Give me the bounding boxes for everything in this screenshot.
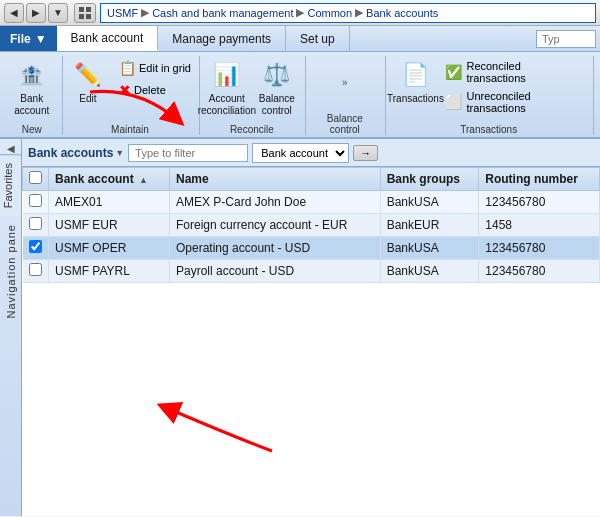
transactions-label: Transactions: [387, 93, 444, 105]
grid-view-icon[interactable]: [74, 3, 96, 23]
col-checkbox: [23, 168, 49, 191]
ribbon-transactions-buttons: 📄 Transactions ✅ Reconciled transactions…: [392, 56, 585, 120]
balance-control-label: Balancecontrol: [259, 93, 295, 117]
row-checkbox-cell: [23, 191, 49, 214]
breadcrumb-sep-1: ▶: [141, 6, 149, 19]
sort-arrow: ▲: [139, 175, 148, 185]
select-all-checkbox[interactable]: [29, 171, 42, 184]
maintain-col: 📋 Edit in grid ✖ Delete: [115, 56, 195, 100]
breadcrumb-sep-2: ▶: [296, 6, 304, 19]
delete-icon: ✖: [119, 82, 131, 98]
filter-select[interactable]: Bank account: [252, 143, 349, 163]
unreconciled-icon: ⬜: [445, 94, 462, 110]
down-button[interactable]: ▼: [48, 3, 68, 23]
cell-bank-groups-1: BankEUR: [380, 214, 479, 237]
side-nav-pane: ◀ Favorites Navigation pane: [0, 139, 22, 516]
ribbon-group-reconcile: 📊 Accountreconciliation ⚖️ Balancecontro…: [202, 56, 306, 135]
row-checkbox-0[interactable]: [29, 194, 42, 207]
tab-manage-payments[interactable]: Manage payments: [158, 26, 286, 51]
cell-routing-0: 123456780: [479, 191, 600, 214]
cell-bank-account-2: USMF OPER: [49, 237, 170, 260]
ribbon-group-balance: » Balance control: [308, 56, 386, 135]
transactions-group-label: Transactions: [460, 120, 517, 135]
search-input[interactable]: [536, 30, 596, 48]
data-grid: Bank account ▲ Name Bank groups Routing …: [22, 167, 600, 516]
balance-control-button[interactable]: ⚖️ Balancecontrol: [254, 56, 300, 120]
row-checkbox-cell: [23, 260, 49, 283]
edit-in-grid-button[interactable]: 📋 Edit in grid: [115, 58, 195, 78]
balance-group-label: Balance control: [312, 109, 377, 135]
reconciled-label: Reconciled transactions: [466, 60, 582, 84]
col-bank-account: Bank account ▲: [49, 168, 170, 191]
edit-button[interactable]: ✏️ Edit: [65, 56, 111, 108]
forward-button[interactable]: ▶: [26, 3, 46, 23]
table-header-row: Bank account ▲ Name Bank groups Routing …: [23, 168, 600, 191]
col-bank-groups: Bank groups: [380, 168, 479, 191]
breadcrumb-bank-accounts[interactable]: Bank accounts: [366, 7, 438, 19]
transactions-button[interactable]: 📄 Transactions: [392, 56, 438, 108]
cell-bank-account-3: USMF PAYRL: [49, 260, 170, 283]
ribbon-group-transactions: 📄 Transactions ✅ Reconciled transactions…: [388, 56, 594, 135]
cell-bank-account-0: AMEX01: [49, 191, 170, 214]
maintain-group-label: Maintain: [111, 120, 149, 135]
edit-in-grid-label: Edit in grid: [139, 62, 191, 74]
tab-bank-account[interactable]: Bank account: [57, 26, 159, 51]
cell-bank-groups-3: BankUSA: [380, 260, 479, 283]
cell-name-2: Operating account - USD: [170, 237, 381, 260]
account-reconciliation-button[interactable]: 📊 Accountreconciliation: [204, 56, 250, 120]
row-checkbox-2[interactable]: [29, 240, 42, 253]
breadcrumb: USMF ▶ Cash and bank management ▶ Common…: [100, 3, 596, 23]
ribbon-maintain-buttons: ✏️ Edit 📋 Edit in grid ✖ Delete: [65, 56, 195, 120]
delete-label: Delete: [134, 84, 166, 96]
cell-bank-groups-0: BankUSA: [380, 191, 479, 214]
table-row[interactable]: USMF OPER Operating account - USD BankUS…: [23, 237, 600, 260]
new-group-label: New: [22, 120, 42, 135]
unreconciled-label: Unreconciled transactions: [466, 90, 582, 114]
bank-account-icon: 🏦: [16, 59, 48, 91]
row-checkbox-cell: [23, 237, 49, 260]
svg-rect-1: [86, 7, 91, 12]
reconciled-transactions-button[interactable]: ✅ Reconciled transactions: [442, 58, 585, 86]
unreconciled-transactions-button[interactable]: ⬜ Unreconciled transactions: [442, 88, 585, 116]
content-area: ◀ Favorites Navigation pane Bank account…: [0, 139, 600, 516]
table-row[interactable]: USMF EUR Foreign currency account - EUR …: [23, 214, 600, 237]
favorites-pane-label[interactable]: Favorites: [0, 154, 21, 216]
table-body: AMEX01 AMEX P-Card John Doe BankUSA 1234…: [23, 191, 600, 283]
table-row[interactable]: USMF PAYRL Payroll account - USD BankUSA…: [23, 260, 600, 283]
breadcrumb-cash[interactable]: Cash and bank management: [152, 7, 293, 19]
tab-set-up[interactable]: Set up: [286, 26, 350, 51]
ribbon-group-new: 🏦 Bankaccount New: [6, 56, 63, 135]
row-checkbox-3[interactable]: [29, 263, 42, 276]
cell-routing-3: 123456780: [479, 260, 600, 283]
transactions-col: ✅ Reconciled transactions ⬜ Unreconciled…: [442, 56, 585, 116]
ribbon-reconcile-buttons: 📊 Accountreconciliation ⚖️ Balancecontro…: [204, 56, 300, 120]
edit-icon: ✏️: [72, 59, 104, 91]
back-button[interactable]: ◀: [4, 3, 24, 23]
account-reconciliation-label: Accountreconciliation: [198, 93, 256, 117]
pane-toggle-button[interactable]: ◀: [7, 143, 15, 154]
balance-control-icon: ⚖️: [261, 59, 293, 91]
filter-input[interactable]: [128, 144, 248, 162]
file-menu-button[interactable]: File ▼: [0, 26, 57, 51]
grid-title-dropdown[interactable]: ▼: [115, 148, 124, 158]
nav-bar: ◀ ▶ ▼ USMF ▶ Cash and bank management ▶ …: [0, 0, 600, 26]
bank-account-new-button[interactable]: 🏦 Bankaccount: [9, 56, 55, 120]
breadcrumb-usmf[interactable]: USMF: [107, 7, 138, 19]
edit-label: Edit: [79, 93, 96, 105]
filter-go-button[interactable]: →: [353, 145, 378, 161]
delete-button[interactable]: ✖ Delete: [115, 80, 195, 100]
expand-button[interactable]: »: [338, 77, 352, 88]
main-area: Bank accounts ▼ Bank account →: [22, 139, 600, 516]
reconciled-icon: ✅: [445, 64, 462, 80]
cell-name-0: AMEX P-Card John Doe: [170, 191, 381, 214]
cell-bank-groups-2: BankUSA: [380, 237, 479, 260]
transactions-icon: 📄: [399, 59, 431, 91]
svg-rect-2: [79, 14, 84, 19]
breadcrumb-common[interactable]: Common: [307, 7, 352, 19]
table-row[interactable]: AMEX01 AMEX P-Card John Doe BankUSA 1234…: [23, 191, 600, 214]
cell-routing-1: 1458: [479, 214, 600, 237]
navigation-pane-label[interactable]: Navigation pane: [5, 224, 17, 319]
row-checkbox-1[interactable]: [29, 217, 42, 230]
edit-in-grid-icon: 📋: [119, 60, 136, 76]
cell-bank-account-1: USMF EUR: [49, 214, 170, 237]
